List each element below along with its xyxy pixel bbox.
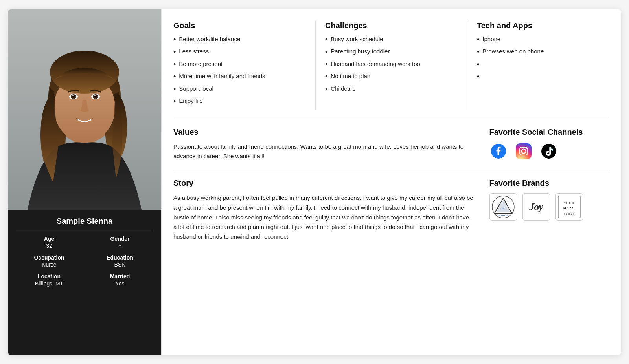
tech-item-1: Browses web on phone [477, 48, 609, 57]
stat-age: Age 32 [16, 236, 83, 249]
tech-heading: Tech and Apps [477, 21, 609, 30]
values-heading: Values [173, 128, 474, 137]
svg-rect-18 [516, 143, 532, 159]
goals-heading: Goals [173, 21, 306, 30]
stat-gender: Gender ♀ [86, 236, 153, 249]
stat-education: Education BSN [86, 254, 153, 268]
stat-married: Married Yes [86, 273, 153, 287]
persona-stats: Age 32 Gender ♀ Occupation Nurse Educati… [16, 236, 153, 287]
tech-item-0: Iphone [477, 36, 609, 44]
persona-name: Sample Sienna [16, 217, 153, 226]
tech-list: Iphone Browses web on phone [477, 36, 609, 81]
tech-section: Tech and Apps Iphone Browses web on phon… [477, 21, 609, 110]
goal-item-4: Support local [173, 85, 306, 94]
challenge-item-3: No time to plan [325, 73, 458, 81]
goals-list: Better work/life balance Less stress Be … [173, 36, 306, 106]
svg-text:MUSEUM: MUSEUM [563, 213, 574, 215]
stat-occupation: Occupation Nurse [16, 254, 83, 268]
svg-text:TO THE: TO THE [564, 202, 574, 204]
svg-text:MöAV: MöAV [563, 207, 575, 210]
challenges-heading: Challenges [325, 21, 458, 30]
brand-joy: Joy [522, 193, 550, 221]
goal-item-2: Be more present [173, 60, 306, 69]
story-heading: Story [173, 179, 474, 188]
goal-item-1: Less stress [173, 48, 306, 57]
persona-card: Sample Sienna Age 32 Gender ♀ Occupation… [8, 9, 621, 355]
social-icons [489, 142, 609, 160]
brand-montana: MONTANA MT [489, 193, 517, 221]
social-heading: Favorite Social Channels [489, 128, 609, 137]
stat-location: Location Billings, MT [16, 273, 83, 287]
tech-item-3 [477, 73, 609, 81]
goal-item-3: More time with family and friends [173, 73, 306, 81]
tiktok-icon [540, 142, 558, 160]
brands-heading: Favorite Brands [489, 179, 609, 188]
instagram-icon [515, 142, 533, 160]
svg-point-12 [72, 95, 74, 96]
top-row: Goals Better work/life balance Less stre… [173, 21, 609, 119]
story-text: As a busy working parent, I often feel p… [173, 193, 474, 242]
challenge-item-4: Childcare [325, 85, 458, 94]
facebook-icon [489, 142, 508, 160]
goals-section: Goals Better work/life balance Less stre… [173, 21, 316, 110]
challenge-item-1: Parenting busy toddler [325, 48, 458, 57]
story-section: Story As a busy working parent, I often … [173, 179, 486, 242]
svg-point-21 [526, 148, 527, 149]
brands-row: MONTANA MT Joy TO THE MöAV [489, 193, 609, 221]
challenges-list: Busy work schedule Parenting busy toddle… [325, 36, 458, 94]
left-panel: Sample Sienna Age 32 Gender ♀ Occupation… [8, 9, 161, 355]
challenge-item-2: Husband has demanding work too [325, 60, 458, 69]
challenges-section: Challenges Busy work schedule Parenting … [325, 21, 467, 110]
persona-divider [16, 230, 153, 230]
bottom-row: Story As a busy working parent, I often … [173, 179, 609, 242]
tech-item-2 [477, 60, 609, 69]
brand-moav: TO THE MöAV MUSEUM [555, 193, 583, 221]
persona-photo [8, 9, 161, 210]
right-panel: Goals Better work/life balance Less stre… [161, 9, 621, 355]
values-section: Values Passionate about family and frien… [173, 128, 486, 161]
goal-item-0: Better work/life balance [173, 36, 306, 44]
challenge-item-0: Busy work schedule [325, 36, 458, 44]
middle-row: Values Passionate about family and frien… [173, 128, 609, 170]
svg-text:MT: MT [501, 207, 505, 210]
brands-section: Favorite Brands MONTANA MT [486, 179, 609, 242]
svg-point-16 [94, 95, 96, 96]
svg-text:MONTANA: MONTANA [498, 214, 509, 217]
persona-info: Sample Sienna Age 32 Gender ♀ Occupation… [8, 210, 161, 355]
goal-item-5: Enjoy life [173, 97, 306, 106]
values-text: Passionate about family and friend conne… [173, 142, 474, 161]
social-section: Favorite Social Channels [486, 128, 609, 161]
